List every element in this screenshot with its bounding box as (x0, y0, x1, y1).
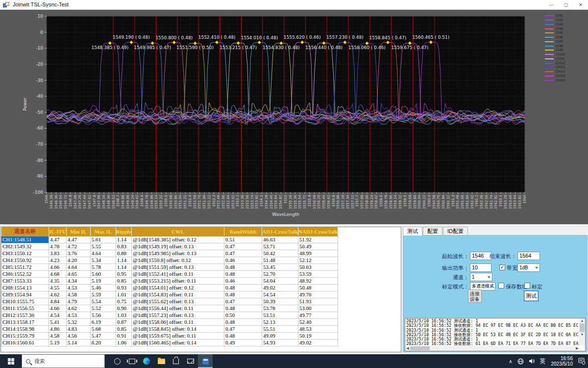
cortana-button[interactable] (110, 354, 124, 368)
tab-配置[interactable]: 配置 (423, 227, 442, 236)
table-cell[interactable]: 0.95 (116, 270, 131, 277)
table-cell[interactable]: 0.93 (116, 284, 131, 291)
column-header[interactable]: IL-ITU (49, 227, 67, 236)
scrollbar-thumb[interactable] (410, 346, 430, 350)
table-cell[interactable]: CH3:1550.12 (1, 250, 49, 257)
table-cell[interactable]: CH1:1548.51 (1, 236, 49, 243)
tab-ID配置[interactable]: ID配置 (443, 227, 468, 236)
store-button[interactable] (169, 354, 183, 368)
table-cell[interactable]: 4.56 (66, 332, 90, 339)
volume-icon[interactable] (529, 358, 535, 364)
table-cell[interactable]: 54.04 (262, 277, 298, 284)
table-cell[interactable]: 4.83 (66, 325, 90, 332)
table-cell[interactable]: 5.61 (90, 236, 116, 243)
table-cell[interactable]: 0.75 (116, 298, 131, 305)
log-vertical-scrollbar[interactable]: ▲ ▼ (579, 318, 585, 345)
table-cell[interactable]: 6.19 (90, 318, 116, 325)
table-cell[interactable]: CH4:1550.92 (1, 257, 49, 263)
table-cell[interactable]: 4.64 (66, 263, 90, 270)
table-cell[interactable]: CH5:1551.72 (1, 263, 49, 270)
table-cell[interactable]: 52.13 (262, 318, 298, 325)
column-header[interactable]: Ripple (116, 227, 131, 236)
table-cell[interactable]: CH11:1556.55 (1, 305, 49, 312)
output-power-input[interactable]: 10 (470, 263, 491, 272)
column-header[interactable]: BandWidth (224, 227, 262, 236)
table-cell[interactable]: 4.66 (49, 263, 67, 270)
table-cell[interactable]: 48.92 (298, 277, 338, 284)
table-cell[interactable]: @1dB[1552.41] offset: 0.11 (132, 270, 224, 277)
table-cell[interactable]: 51.93 (298, 298, 338, 305)
table-cell[interactable]: CH9:1554.94 (1, 291, 49, 298)
edge-button[interactable] (139, 354, 154, 368)
table-cell[interactable]: 0.88 (116, 250, 131, 257)
table-cell[interactable]: CH14:1558.98 (1, 325, 49, 332)
table-cell[interactable]: 48.99 (298, 250, 338, 257)
table-cell[interactable]: CH12:1557.36 (1, 312, 49, 318)
start-button[interactable] (0, 354, 22, 368)
table-cell[interactable]: 5.34 (90, 257, 116, 263)
table-cell[interactable]: 5.54 (90, 298, 116, 305)
maximize-button[interactable]: ▢ (559, 0, 573, 10)
table-cell[interactable]: 6.20 (90, 339, 116, 346)
table-cell[interactable]: 0.46 (224, 277, 262, 284)
table-cell[interactable]: 0.48 (224, 332, 262, 339)
table-cell[interactable]: 50.63 (298, 263, 338, 270)
table-cell[interactable]: @1dB[1553.215] offset: 0.11 (132, 277, 224, 284)
table-cell[interactable]: 0.48 (224, 305, 262, 312)
table-cell[interactable]: 0.85 (116, 277, 131, 284)
table-cell[interactable]: @1dB[1550.8] offset: 0.12 (132, 257, 224, 263)
table-cell[interactable]: 0.47 (224, 298, 262, 305)
table-cell[interactable]: 0.50 (224, 312, 262, 318)
column-header[interactable]: Max IL (90, 227, 116, 236)
table-cell[interactable]: @1dB[1554.83] offset: 0.11 (132, 291, 224, 298)
table-cell[interactable]: 4.62 (49, 291, 67, 298)
table-cell[interactable]: @1dB[1557.23] offset: 0.13 (132, 312, 224, 318)
taskbar-search-box[interactable]: 搜索 (22, 354, 105, 368)
table-cell[interactable]: CH2:1549.32 (1, 243, 49, 250)
table-cell[interactable]: 4.78 (49, 243, 67, 250)
table-cell[interactable]: 0.51 (224, 236, 262, 243)
column-header[interactable]: NADJ-CrossTalk (298, 227, 338, 236)
table-cell[interactable]: 0.48 (224, 270, 262, 277)
table-cell[interactable]: 5.14 (66, 339, 90, 346)
network-globe-icon[interactable] (517, 358, 524, 365)
table-cell[interactable]: 5.78 (90, 263, 116, 270)
table-cell[interactable]: @1dB[1560.465] offset: 0.14 (132, 339, 224, 346)
table-cell[interactable]: 4.86 (49, 325, 67, 332)
table-cell[interactable]: CH16:1560.61 (1, 339, 49, 346)
table-cell[interactable]: 4.65 (66, 270, 90, 277)
table-cell[interactable]: @1dB[1558.06] offset: 0.11 (132, 318, 224, 325)
mail-button[interactable] (183, 354, 198, 368)
table-cell[interactable]: 0.48 (224, 318, 262, 325)
table-cell[interactable]: 1.01 (116, 291, 131, 298)
ime-indicator[interactable]: 英 (540, 357, 546, 366)
table-cell[interactable]: 0.48 (224, 284, 262, 291)
table-cell[interactable]: @1dB[1558.845] offset: 0.14 (132, 325, 224, 332)
table-cell[interactable]: @1dB[1548.385] offset: 0.12 (132, 236, 224, 243)
column-header[interactable]: Min IL (66, 227, 90, 236)
table-cell[interactable]: 4.47 (49, 236, 67, 243)
table-cell[interactable]: 1.14 (116, 236, 131, 243)
table-cell[interactable]: 46.63 (262, 236, 298, 243)
table-cell[interactable]: 51.48 (262, 257, 298, 263)
table-cell[interactable]: 1.03 (116, 312, 131, 318)
scroll-left-icon[interactable]: ◀ (405, 346, 410, 350)
table-cell[interactable]: 50.48 (298, 284, 338, 291)
scroll-down-icon[interactable]: ▼ (579, 332, 585, 337)
minimize-button[interactable]: — (544, 0, 559, 10)
table-cell[interactable]: 53.59 (298, 270, 338, 277)
log-horizontal-scrollbar[interactable]: ◀ ▶ (405, 346, 580, 351)
channel-dropdown[interactable]: 1 (470, 273, 492, 281)
scroll-right-icon[interactable]: ▶ (575, 346, 580, 350)
table-cell[interactable]: CH6:1552.52 (1, 270, 49, 277)
table-cell[interactable]: 4.20 (66, 257, 90, 263)
file-explorer-button[interactable] (154, 354, 169, 368)
close-button[interactable]: ✕ (573, 0, 588, 10)
table-cell[interactable]: 49.02 (262, 284, 298, 291)
table-cell[interactable]: 5.59 (90, 291, 116, 298)
table-cell[interactable]: 0.46 (224, 257, 262, 263)
scroll-up-icon[interactable]: ▲ (579, 318, 585, 323)
table-cell[interactable]: 55.51 (262, 325, 298, 332)
table-cell[interactable]: 4.62 (66, 305, 90, 312)
table-cell[interactable]: 4.35 (49, 277, 67, 284)
